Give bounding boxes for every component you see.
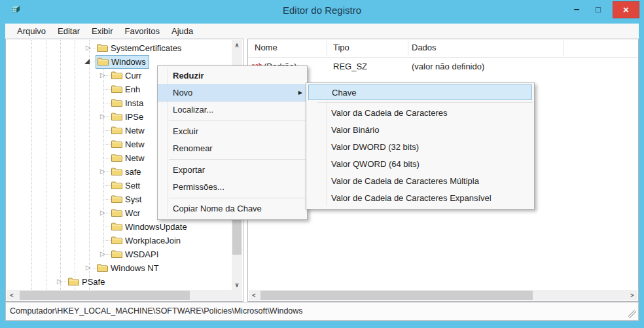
tree-item-label: WindowsUpdate: [125, 222, 187, 232]
submenu-item-valor-dword-32-bits[interactable]: Valor DWORD (32 bits): [306, 139, 534, 156]
folder-icon: [111, 166, 122, 178]
context-menu-item-copiar-nome-da-chave[interactable]: Copiar Nome da Chave: [158, 200, 307, 217]
tree-node[interactable]: IPSe: [110, 110, 146, 124]
submenu-item-valor-qword-64-bits[interactable]: Valor QWORD (64 bits): [306, 156, 534, 173]
folder-icon: [111, 194, 122, 206]
menu-item-label: Valor de Cadeia de Caracteres Múltipla: [331, 176, 479, 186]
close-button[interactable]: ×: [613, 1, 639, 18]
context-menu-item-exportar[interactable]: Exportar: [158, 162, 307, 179]
tree-horizontal-scrollbar[interactable]: < >: [7, 290, 242, 301]
tree-item-label: IPSe: [125, 112, 143, 122]
tree-node[interactable]: Insta: [110, 96, 146, 110]
expand-arrow-icon[interactable]: ▷: [86, 43, 91, 52]
scroll-down-icon[interactable]: ∨: [232, 280, 242, 290]
new-submenu: ChaveValor da Cadeia de CaracteresValor …: [306, 82, 535, 210]
folder-icon: [111, 84, 122, 96]
minimize-button[interactable]: −: [567, 1, 586, 18]
menu-favoritos[interactable]: Favoritos: [119, 24, 166, 39]
column-separator[interactable]: [327, 41, 327, 56]
folder-icon: [68, 276, 79, 288]
folder-icon: [111, 235, 122, 247]
column-header-tipo[interactable]: Tipo: [333, 39, 349, 56]
menu-exibir[interactable]: Exibir: [86, 24, 119, 39]
tree-node[interactable]: PSafe: [67, 275, 107, 289]
tree-node[interactable]: WindowsUpdate: [110, 220, 190, 234]
menu-item-label: Copiar Nome da Chave: [173, 204, 262, 213]
scrollbar-thumb[interactable]: [260, 291, 533, 300]
submenu-item-valor-binario[interactable]: Valor Binário: [306, 122, 534, 139]
scrollbar-thumb[interactable]: [232, 217, 241, 255]
tree-item-label: PSafe: [82, 277, 105, 287]
tree-item-label: Curr: [125, 71, 141, 81]
tree-item-psafe[interactable]: ▷PSafe: [7, 275, 232, 289]
column-separator[interactable]: [408, 41, 408, 56]
submenu-item-valor-de-cadeia-de-caracteres-expansivel[interactable]: Valor de Cadeia de Caracteres Expansível: [306, 190, 534, 207]
scroll-up-icon[interactable]: ∧: [232, 40, 242, 50]
scroll-right-icon[interactable]: >: [627, 290, 637, 301]
tree-node[interactable]: Sett: [110, 179, 143, 192]
folder-icon: [97, 263, 108, 274]
expand-arrow-icon[interactable]: ▷: [100, 112, 105, 121]
tree-node[interactable]: Windows: [96, 55, 149, 69]
list-horizontal-scrollbar[interactable]: < >: [249, 290, 637, 301]
maximize-button[interactable]: □: [588, 1, 608, 18]
tree-item-windows-nt[interactable]: ▷Windows NT: [7, 261, 232, 275]
tree-node[interactable]: Netw: [110, 151, 147, 165]
scrollbar-thumb[interactable]: [20, 291, 190, 300]
expand-arrow-icon[interactable]: ▷: [100, 249, 105, 259]
resize-grip-icon[interactable]: [628, 310, 636, 318]
tree-item-workplacejoin[interactable]: WorkplaceJoin: [7, 234, 232, 247]
submenu-item-valor-da-cadeia-de-caracteres[interactable]: Valor da Cadeia de Caracteres: [306, 105, 534, 122]
tree-node[interactable]: Windows NT: [96, 261, 162, 275]
tree-node[interactable]: Wcr: [110, 206, 143, 220]
column-separator[interactable]: [564, 41, 564, 56]
tree-node[interactable]: Curr: [110, 69, 144, 82]
context-menu-item-reduzir[interactable]: Reduzir: [158, 67, 307, 84]
context-menu-item-novo[interactable]: Novo▶: [158, 84, 307, 101]
tree-node[interactable]: WorkplaceJoin: [110, 234, 183, 247]
tree-item-label: Enh: [125, 84, 140, 94]
expand-arrow-icon[interactable]: ▷: [100, 167, 105, 176]
expand-arrow-icon[interactable]: ▷: [86, 263, 91, 272]
tree-node[interactable]: Syst: [110, 192, 144, 206]
submenu-item-chave[interactable]: Chave: [308, 84, 532, 100]
tree-item-systemcertificates[interactable]: ▷SystemCertificates: [7, 41, 232, 55]
menu-ajuda[interactable]: Ajuda: [166, 24, 199, 39]
submenu-item-valor-de-cadeia-de-caracteres-multipla[interactable]: Valor de Cadeia de Caracteres Múltipla: [306, 173, 534, 190]
column-header-nome[interactable]: Nome: [255, 39, 277, 56]
tree-node[interactable]: safe: [110, 165, 144, 179]
registry-path: Computador\HKEY_LOCAL_MACHINE\SOFTWARE\P…: [10, 302, 303, 320]
folder-icon: [111, 180, 122, 192]
tree-item-label: SystemCertificates: [111, 43, 181, 53]
tree-node[interactable]: Netw: [110, 124, 147, 137]
context-menu-item-excluir[interactable]: Excluir: [158, 123, 307, 140]
folder-icon: [111, 70, 122, 82]
tree-item-label: safe: [125, 167, 141, 177]
value-data: (valor não definido): [412, 60, 484, 73]
menu-separator: [169, 159, 306, 160]
tree-item-windowsupdate[interactable]: WindowsUpdate: [7, 220, 232, 234]
tree-node[interactable]: WSDAPI: [110, 247, 161, 261]
tree-node[interactable]: Enh: [110, 82, 143, 96]
folder-icon: [111, 153, 122, 164]
menu-editar[interactable]: Editar: [52, 24, 86, 39]
collapse-arrow-icon[interactable]: [84, 59, 90, 64]
context-menu-item-renomear[interactable]: Renomear: [158, 140, 307, 157]
column-header-dados[interactable]: Dados: [412, 39, 437, 56]
scroll-left-icon[interactable]: <: [249, 290, 259, 301]
scroll-left-icon[interactable]: <: [7, 290, 17, 301]
title-bar: Editor do Registro − □ ×: [0, 0, 644, 24]
menu-item-label: Novo: [173, 88, 192, 98]
menu-item-label: Valor de Cadeia de Caracteres Expansível: [331, 193, 492, 203]
tree-node[interactable]: SystemCertificates: [96, 41, 184, 55]
folder-icon: [111, 139, 122, 151]
expand-arrow-icon[interactable]: ▷: [57, 277, 62, 286]
tree-item-wsdapi[interactable]: ▷WSDAPI: [7, 247, 232, 261]
tree-node[interactable]: Netw: [110, 137, 147, 151]
expand-arrow-icon[interactable]: ▷: [100, 71, 105, 80]
context-menu-item-permissoes[interactable]: Permissões...: [158, 179, 307, 196]
context-menu-item-localizar[interactable]: Localizar...: [158, 101, 307, 118]
expand-arrow-icon[interactable]: ▷: [100, 208, 105, 217]
folder-icon: [111, 249, 122, 261]
menu-arquivo[interactable]: Arquivo: [11, 24, 52, 39]
